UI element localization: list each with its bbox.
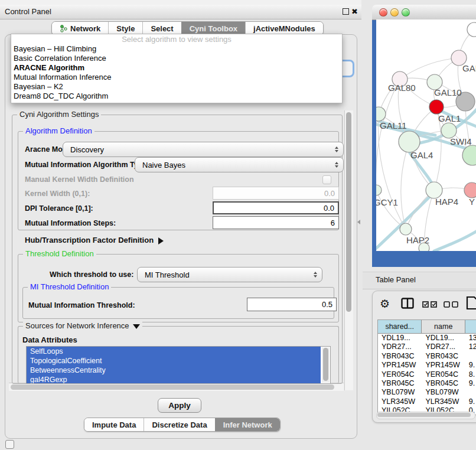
float-window-icon[interactable] [343, 8, 349, 15]
gear-icon[interactable]: ⚙ [380, 297, 390, 311]
manual-kernel-width-checkbox[interactable] [322, 175, 331, 184]
mi-threshold-input[interactable]: 0.5 [247, 298, 337, 311]
column-header[interactable]: shared... [378, 320, 422, 333]
list-vertical-scrollbar[interactable] [322, 347, 330, 383]
algorithm-dropdown-popup: Select algorithm to view settings Bayesi… [11, 34, 343, 103]
tab-style[interactable]: Style [108, 22, 142, 35]
mi-steps-input[interactable]: 6 [213, 216, 339, 229]
settings-vertical-scrollbar[interactable] [344, 110, 353, 390]
sources-group-title[interactable]: Sources for Network Inference [23, 321, 142, 330]
dropdown-item[interactable]: Mutual Information Inference [11, 73, 342, 82]
mi-algorithm-type-combo[interactable]: Naive Bayes [135, 157, 344, 172]
minimize-traffic-light-icon[interactable] [390, 8, 399, 17]
table-row[interactable]: YDR27...YDR27...12 [378, 343, 476, 351]
network-window-titlebar[interactable] [372, 5, 476, 20]
zoom-traffic-light-icon[interactable] [402, 8, 410, 17]
dropdown-item[interactable]: Dream8 DC_TDC Algorithm [11, 92, 342, 101]
tab-cyni-toolbox[interactable]: Cyni Toolbox [181, 22, 245, 35]
dpi-tolerance-input[interactable]: 0.0 [213, 201, 339, 214]
table-horizontal-scrollbar[interactable] [376, 412, 475, 419]
scrollbar-thumb[interactable] [323, 348, 328, 381]
tab-jactivemnodules[interactable]: jActiveMNodules [245, 22, 323, 35]
scrollbar-thumb[interactable] [346, 112, 351, 312]
thick-edge [434, 230, 476, 251]
network-node[interactable] [400, 223, 412, 235]
table-row[interactable]: YDL19...YDL19...13 [378, 334, 476, 343]
close-icon[interactable]: ✖ [351, 6, 358, 17]
tab-label: Discretize Data [152, 420, 207, 429]
network-window: GALGAL80GAL10GAL1GAL11SWI4GAL4GCY1HAP4YH… [372, 5, 476, 267]
network-node[interactable] [467, 22, 476, 37]
tab-select[interactable]: Select [142, 22, 181, 35]
table-row[interactable]: YER054CYER054C8. [378, 370, 476, 379]
attribute-item[interactable]: SelfLoops [27, 347, 321, 356]
apply-button[interactable]: Apply [158, 398, 201, 413]
table-window: ⚙ shared...name YDL19...YDL19...13YDR27.… [372, 291, 476, 423]
split-columns-icon[interactable] [401, 298, 414, 309]
network-node[interactable] [429, 100, 444, 114]
network-node[interactable] [399, 131, 420, 152]
network-canvas[interactable]: GALGAL80GAL10GAL1GAL11SWI4GAL4GCY1HAP4YH… [376, 19, 476, 251]
scrollbar-thumb[interactable] [11, 384, 334, 390]
tab-discretize-data[interactable]: Discretize Data [144, 418, 214, 431]
node-label: GAL1 [438, 113, 461, 123]
attribute-item[interactable]: gal4RGexp [27, 375, 321, 384]
dropdown-item[interactable]: ARACNE Algorithm [11, 63, 342, 73]
network-node[interactable] [426, 182, 442, 198]
table-row[interactable]: YBL079WYBL079W [378, 388, 476, 397]
dropdown-item[interactable]: Bayesian – K2 [11, 82, 342, 92]
table-row[interactable]: YBR045CYBR045C9. [378, 379, 476, 388]
aracne-mode-combo[interactable]: Discovery [63, 142, 344, 157]
which-threshold-label: Which threshold to use: [50, 270, 133, 279]
attribute-item[interactable]: BetweennessCentrality [27, 366, 321, 375]
tab-label: Style [116, 24, 135, 33]
kernel-width-input[interactable]: 0.0 [213, 187, 339, 200]
hub-definition-toggle[interactable]: Hub/Transcription Factor Definition [25, 236, 164, 244]
table-row[interactable]: YPR145WYPR145W9. [378, 361, 476, 370]
close-traffic-light-icon[interactable] [379, 8, 387, 17]
collapse-down-icon [133, 324, 140, 329]
table-cell [465, 388, 476, 397]
panel-divider-handle[interactable] [357, 220, 360, 224]
tab-network[interactable]: Network [52, 22, 108, 35]
which-threshold-combo[interactable]: MI Threshold [137, 267, 322, 282]
network-node[interactable] [464, 182, 476, 198]
mi-algorithm-type-label: Mutual Information Algorithm Type: [25, 161, 149, 169]
table-panel-title: Table Panel [376, 275, 416, 284]
dock-window-icon[interactable] [5, 440, 14, 449]
attribute-item[interactable]: TopologicalCoefficient [27, 356, 321, 366]
network-node[interactable] [376, 185, 382, 195]
spinner-arrows-icon [314, 272, 317, 278]
table-cell: 8. [465, 370, 476, 379]
dropdown-item[interactable]: Basic Correlation Inference [11, 54, 342, 63]
data-attributes-list[interactable]: SelfLoopsTopologicalCoefficientBetweenne… [26, 346, 331, 384]
table-cell: 9. [465, 361, 476, 370]
network-graph: GALGAL80GAL10GAL1GAL11SWI4GAL4GCY1HAP4YH… [376, 19, 476, 251]
checked-columns-icon[interactable] [422, 301, 438, 308]
unchecked-columns-icon[interactable] [444, 301, 459, 308]
settings-horizontal-scrollbar[interactable] [9, 383, 344, 391]
table-cell: YLR345W [378, 397, 422, 406]
mi-steps-label: Mutual Information Steps: [25, 219, 116, 227]
table-row[interactable]: YBR043CYBR043C [378, 352, 476, 361]
table-cell: 9. [465, 397, 476, 406]
table-row[interactable]: YLR345WYLR345W9. [378, 397, 476, 406]
tab-impute-data[interactable]: Impute Data [84, 418, 144, 431]
algorithm-definition-title: Algorithm Definition [23, 126, 94, 135]
column-header[interactable]: name [422, 320, 465, 333]
table-cell: YBR043C [422, 352, 465, 361]
table-cell [465, 352, 476, 361]
node-table[interactable]: shared...name YDL19...YDL19...13YDR27...… [377, 319, 476, 415]
expand-right-icon [158, 237, 164, 244]
document-icon[interactable] [466, 296, 476, 310]
control-panel-top-strip [0, 0, 361, 5]
tab-infer-network[interactable]: Infer Network [215, 418, 280, 431]
hub-definition-label: Hub/Transcription Factor Definition [25, 236, 154, 244]
mi-threshold-label: Mutual Information Threshold: [28, 301, 135, 309]
control-panel-titlebar [0, 5, 361, 19]
scrollbar-thumb[interactable] [377, 413, 471, 417]
which-threshold-value: MI Threshold [145, 270, 190, 279]
dropdown-item[interactable]: Bayesian – Hill Climbing [11, 44, 342, 54]
column-header[interactable] [465, 320, 476, 333]
control-panel-title: Control Panel [5, 5, 51, 19]
